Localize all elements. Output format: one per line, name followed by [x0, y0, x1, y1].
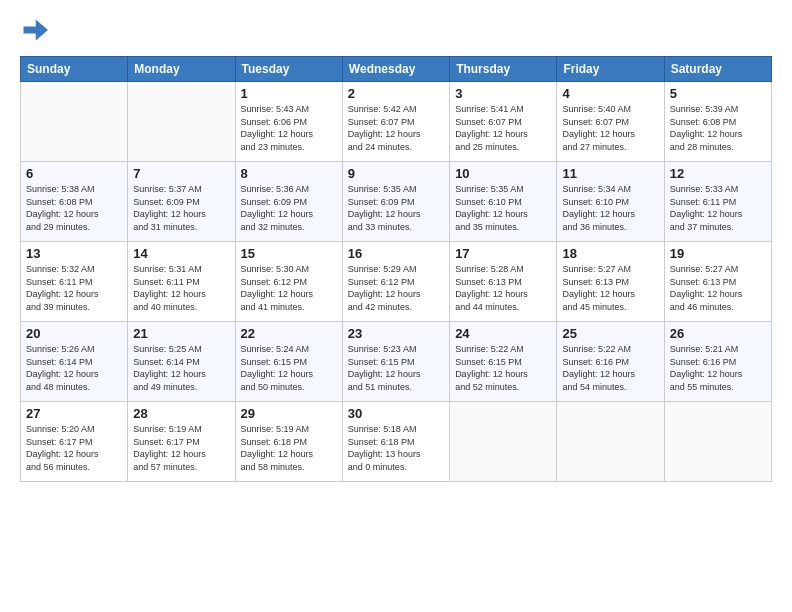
logo: [20, 16, 50, 44]
day-number: 30: [348, 406, 444, 421]
sunrise-text: Sunrise: 5:41 AM: [455, 104, 524, 114]
weekday-header: Tuesday: [235, 57, 342, 82]
header: [20, 16, 772, 44]
daylight-minutes: and 27 minutes.: [562, 142, 626, 152]
day-info: Sunrise: 5:26 AMSunset: 6:14 PMDaylight:…: [26, 343, 122, 393]
day-info: Sunrise: 5:23 AMSunset: 6:15 PMDaylight:…: [348, 343, 444, 393]
sunrise-text: Sunrise: 5:21 AM: [670, 344, 739, 354]
sunset-text: Sunset: 6:07 PM: [562, 117, 629, 127]
daylight-minutes: and 37 minutes.: [670, 222, 734, 232]
daylight-text: Daylight: 12 hours: [26, 449, 99, 459]
day-number: 6: [26, 166, 122, 181]
daylight-minutes: and 33 minutes.: [348, 222, 412, 232]
day-number: 24: [455, 326, 551, 341]
sunset-text: Sunset: 6:16 PM: [562, 357, 629, 367]
daylight-minutes: and 58 minutes.: [241, 462, 305, 472]
day-number: 28: [133, 406, 229, 421]
sunrise-text: Sunrise: 5:19 AM: [133, 424, 202, 434]
day-number: 2: [348, 86, 444, 101]
day-number: 13: [26, 246, 122, 261]
day-info: Sunrise: 5:27 AMSunset: 6:13 PMDaylight:…: [670, 263, 766, 313]
sunrise-text: Sunrise: 5:42 AM: [348, 104, 417, 114]
day-info: Sunrise: 5:22 AMSunset: 6:16 PMDaylight:…: [562, 343, 658, 393]
daylight-text: Daylight: 12 hours: [670, 209, 743, 219]
sunrise-text: Sunrise: 5:37 AM: [133, 184, 202, 194]
sunset-text: Sunset: 6:10 PM: [562, 197, 629, 207]
day-info: Sunrise: 5:19 AMSunset: 6:18 PMDaylight:…: [241, 423, 337, 473]
sunrise-text: Sunrise: 5:34 AM: [562, 184, 631, 194]
daylight-text: Daylight: 12 hours: [562, 209, 635, 219]
sunrise-text: Sunrise: 5:43 AM: [241, 104, 310, 114]
daylight-text: Daylight: 12 hours: [133, 209, 206, 219]
calendar-day-cell: 23Sunrise: 5:23 AMSunset: 6:15 PMDayligh…: [342, 322, 449, 402]
day-info: Sunrise: 5:22 AMSunset: 6:15 PMDaylight:…: [455, 343, 551, 393]
sunset-text: Sunset: 6:18 PM: [348, 437, 415, 447]
sunrise-text: Sunrise: 5:35 AM: [348, 184, 417, 194]
sunrise-text: Sunrise: 5:24 AM: [241, 344, 310, 354]
calendar-day-cell: [21, 82, 128, 162]
sunset-text: Sunset: 6:13 PM: [670, 277, 737, 287]
daylight-minutes: and 49 minutes.: [133, 382, 197, 392]
sunrise-text: Sunrise: 5:19 AM: [241, 424, 310, 434]
sunset-text: Sunset: 6:14 PM: [26, 357, 93, 367]
daylight-minutes: and 50 minutes.: [241, 382, 305, 392]
daylight-text: Daylight: 12 hours: [455, 209, 528, 219]
sunset-text: Sunset: 6:11 PM: [26, 277, 93, 287]
daylight-text: Daylight: 12 hours: [26, 209, 99, 219]
daylight-minutes: and 51 minutes.: [348, 382, 412, 392]
calendar-day-cell: 8Sunrise: 5:36 AMSunset: 6:09 PMDaylight…: [235, 162, 342, 242]
calendar-day-cell: 19Sunrise: 5:27 AMSunset: 6:13 PMDayligh…: [664, 242, 771, 322]
day-info: Sunrise: 5:28 AMSunset: 6:13 PMDaylight:…: [455, 263, 551, 313]
page: SundayMondayTuesdayWednesdayThursdayFrid…: [0, 0, 792, 612]
sunrise-text: Sunrise: 5:40 AM: [562, 104, 631, 114]
calendar-day-cell: 15Sunrise: 5:30 AMSunset: 6:12 PMDayligh…: [235, 242, 342, 322]
day-info: Sunrise: 5:35 AMSunset: 6:10 PMDaylight:…: [455, 183, 551, 233]
calendar-week-row: 6Sunrise: 5:38 AMSunset: 6:08 PMDaylight…: [21, 162, 772, 242]
day-number: 23: [348, 326, 444, 341]
day-number: 25: [562, 326, 658, 341]
day-number: 9: [348, 166, 444, 181]
daylight-minutes: and 31 minutes.: [133, 222, 197, 232]
daylight-minutes: and 39 minutes.: [26, 302, 90, 312]
daylight-minutes: and 44 minutes.: [455, 302, 519, 312]
sunrise-text: Sunrise: 5:31 AM: [133, 264, 202, 274]
calendar-day-cell: 29Sunrise: 5:19 AMSunset: 6:18 PMDayligh…: [235, 402, 342, 482]
calendar-day-cell: 5Sunrise: 5:39 AMSunset: 6:08 PMDaylight…: [664, 82, 771, 162]
daylight-text: Daylight: 12 hours: [348, 209, 421, 219]
calendar-day-cell: [128, 82, 235, 162]
day-info: Sunrise: 5:24 AMSunset: 6:15 PMDaylight:…: [241, 343, 337, 393]
weekday-header: Sunday: [21, 57, 128, 82]
sunrise-text: Sunrise: 5:25 AM: [133, 344, 202, 354]
day-number: 12: [670, 166, 766, 181]
daylight-minutes: and 25 minutes.: [455, 142, 519, 152]
sunset-text: Sunset: 6:16 PM: [670, 357, 737, 367]
sunset-text: Sunset: 6:12 PM: [241, 277, 308, 287]
calendar-day-cell: 18Sunrise: 5:27 AMSunset: 6:13 PMDayligh…: [557, 242, 664, 322]
daylight-minutes: and 41 minutes.: [241, 302, 305, 312]
weekday-header: Friday: [557, 57, 664, 82]
day-number: 22: [241, 326, 337, 341]
calendar-day-cell: 14Sunrise: 5:31 AMSunset: 6:11 PMDayligh…: [128, 242, 235, 322]
daylight-text: Daylight: 12 hours: [670, 289, 743, 299]
day-info: Sunrise: 5:30 AMSunset: 6:12 PMDaylight:…: [241, 263, 337, 313]
sunset-text: Sunset: 6:12 PM: [348, 277, 415, 287]
calendar-day-cell: 1Sunrise: 5:43 AMSunset: 6:06 PMDaylight…: [235, 82, 342, 162]
daylight-text: Daylight: 12 hours: [455, 369, 528, 379]
day-info: Sunrise: 5:42 AMSunset: 6:07 PMDaylight:…: [348, 103, 444, 153]
day-number: 11: [562, 166, 658, 181]
day-info: Sunrise: 5:33 AMSunset: 6:11 PMDaylight:…: [670, 183, 766, 233]
daylight-minutes: and 45 minutes.: [562, 302, 626, 312]
day-number: 14: [133, 246, 229, 261]
day-number: 7: [133, 166, 229, 181]
day-number: 20: [26, 326, 122, 341]
day-info: Sunrise: 5:37 AMSunset: 6:09 PMDaylight:…: [133, 183, 229, 233]
calendar-week-row: 13Sunrise: 5:32 AMSunset: 6:11 PMDayligh…: [21, 242, 772, 322]
sunrise-text: Sunrise: 5:36 AM: [241, 184, 310, 194]
sunrise-text: Sunrise: 5:27 AM: [670, 264, 739, 274]
calendar-day-cell: 2Sunrise: 5:42 AMSunset: 6:07 PMDaylight…: [342, 82, 449, 162]
calendar-day-cell: 27Sunrise: 5:20 AMSunset: 6:17 PMDayligh…: [21, 402, 128, 482]
sunset-text: Sunset: 6:07 PM: [348, 117, 415, 127]
sunset-text: Sunset: 6:17 PM: [133, 437, 200, 447]
sunset-text: Sunset: 6:10 PM: [455, 197, 522, 207]
calendar-day-cell: 12Sunrise: 5:33 AMSunset: 6:11 PMDayligh…: [664, 162, 771, 242]
